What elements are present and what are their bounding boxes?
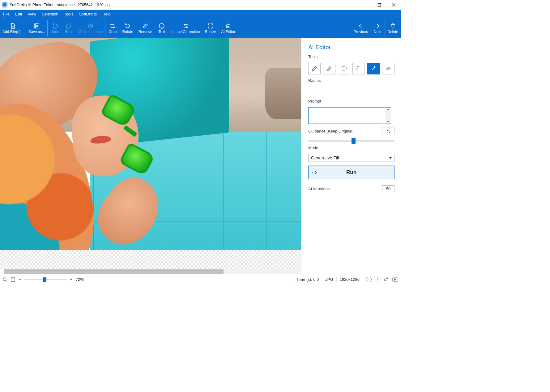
menu-view[interactable]: View (28, 12, 36, 16)
horizontal-scrollbar[interactable] (4, 269, 301, 274)
mode-select[interactable]: Generative Fill (308, 154, 394, 162)
delete-label: Delete (387, 30, 398, 34)
prompt-scrollbar[interactable] (386, 107, 391, 124)
rotate-label: Rotate (122, 30, 133, 34)
crop-icon (109, 23, 116, 29)
svg-marker-26 (394, 279, 396, 280)
svg-point-14 (227, 26, 228, 27)
zoom-in-button[interactable]: + (70, 277, 72, 282)
rotate-icon (124, 23, 131, 29)
tool-magic-wand[interactable] (367, 63, 380, 74)
toolbar: Add File(s)... Save as... Undo Redo Orig… (0, 18, 401, 38)
maximize-button[interactable] (372, 0, 386, 10)
titlebar: SoftOrbits AI Photo Editor - sunglasses-… (0, 0, 401, 10)
text-label: Text (158, 30, 165, 34)
info-icon[interactable]: i (366, 277, 372, 282)
redo-icon (66, 23, 72, 29)
eraser-icon (142, 23, 149, 29)
tools-row (308, 63, 394, 74)
ai-iterations-input[interactable] (382, 185, 394, 192)
fit-screen-icon[interactable] (11, 277, 15, 282)
add-file-label: Add File(s)... (2, 30, 23, 34)
undo-button[interactable]: Undo (48, 18, 62, 38)
tools-label: Tools (308, 54, 394, 59)
status-dimensions: 1920x1280 (340, 277, 360, 282)
zoom-out-button[interactable]: − (19, 277, 21, 282)
image-correction-button[interactable]: Image Correction (169, 18, 202, 38)
save-as-label: Save as... (28, 30, 45, 34)
add-file-button[interactable]: Add File(s)... (0, 18, 26, 38)
tool-color-eraser[interactable] (382, 63, 394, 74)
svg-rect-5 (36, 24, 38, 25)
run-button[interactable]: ⇨ Run (308, 166, 394, 179)
rotate-button[interactable]: Rotate (120, 18, 135, 38)
guidance-slider[interactable] (308, 140, 394, 142)
remove-button[interactable]: Remove (136, 18, 155, 38)
arrow-left-icon (357, 23, 364, 29)
menu-file[interactable]: File (3, 12, 10, 16)
robot-icon (225, 23, 232, 29)
save-icon (33, 23, 40, 29)
resize-label: Resize (205, 30, 216, 34)
save-as-button[interactable]: Save as... (26, 18, 47, 38)
ai-editor-label: AI Editor (221, 30, 235, 34)
zoom-reset-icon[interactable] (2, 277, 7, 282)
undo-label: Undo (50, 30, 59, 34)
previous-button[interactable]: Previous (351, 18, 371, 38)
expand-icon (207, 23, 214, 29)
redo-label: Redo (65, 30, 74, 34)
svg-rect-4 (35, 24, 39, 28)
run-label: Run (346, 169, 356, 175)
photo-content (0, 38, 301, 250)
panel-title: AI Editor (308, 44, 394, 51)
menu-help[interactable]: Help (102, 12, 111, 16)
twitter-icon[interactable] (383, 277, 389, 282)
menu-selection[interactable]: Selection (42, 12, 58, 16)
arrow-right-icon (374, 23, 381, 29)
svg-rect-1 (378, 3, 381, 6)
tool-pencil[interactable] (308, 63, 321, 74)
menu-tools[interactable]: Tools (64, 12, 73, 16)
window-title: SoftOrbits AI Photo Editor - sunglasses-… (10, 3, 110, 7)
ai-editor-panel: AI Editor Tools Radius Prompt Guidance (… (301, 38, 401, 275)
facebook-icon[interactable]: f (375, 277, 380, 282)
original-image-button[interactable]: Original Image (76, 18, 105, 38)
ai-iterations-label: AI Iterations (308, 187, 330, 191)
original-label: Original Image (79, 30, 103, 34)
svg-rect-24 (11, 278, 15, 281)
tool-lasso[interactable] (352, 63, 365, 74)
prompt-input[interactable] (308, 107, 391, 124)
next-button[interactable]: Next (370, 18, 385, 38)
guidance-label: Guidance (Keep Original) (308, 129, 354, 133)
youtube-icon[interactable] (392, 277, 398, 282)
arrow-right-icon: ⇨ (312, 169, 317, 176)
menu-softorbits[interactable]: SoftOrbits (79, 12, 97, 16)
canvas-checker (0, 250, 301, 269)
close-button[interactable] (386, 0, 401, 10)
text-icon (158, 23, 165, 29)
menu-edit[interactable]: Edit (15, 12, 22, 16)
crop-label: Crop (109, 30, 117, 34)
svg-point-22 (3, 278, 6, 281)
mode-label: Mode (308, 145, 394, 150)
delete-button[interactable]: Delete (385, 18, 401, 38)
tool-rect-select[interactable] (338, 63, 350, 74)
radius-label: Radius (308, 78, 394, 83)
text-button[interactable]: Text (155, 18, 169, 38)
guidance-value-input[interactable] (382, 128, 394, 134)
minimize-button[interactable] (358, 0, 372, 10)
svg-point-15 (228, 26, 229, 27)
crop-button[interactable]: Crop (105, 18, 120, 38)
status-time: Time (s): 0.0 (296, 277, 319, 282)
canvas-pane (0, 38, 301, 275)
status-bar: − + 72% Time (s): 0.0 JPG 1920x1280 i f (0, 275, 401, 284)
prompt-label: Prompt (308, 99, 394, 103)
redo-button[interactable]: Redo (62, 18, 76, 38)
tool-eraser[interactable] (323, 63, 335, 74)
zoom-percent: 72% (76, 277, 84, 282)
image-viewport[interactable] (0, 38, 301, 250)
trash-icon (390, 23, 396, 29)
zoom-slider[interactable] (24, 279, 67, 280)
resize-button[interactable]: Resize (203, 18, 219, 38)
ai-editor-button[interactable]: AI Editor (219, 18, 238, 38)
